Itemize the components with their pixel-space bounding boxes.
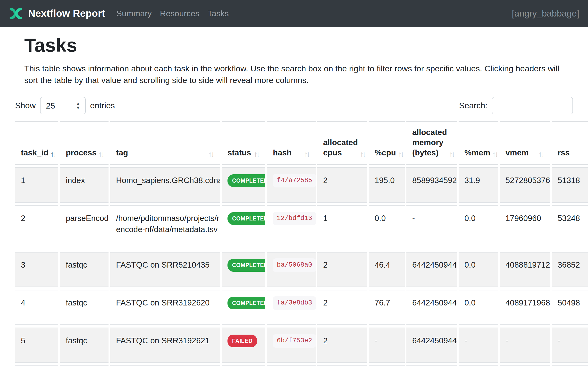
cell-process: fastqc [60, 328, 108, 363]
table-row: 4fastqcFASTQC on SRR3192620COMPLETEDfa/3… [15, 290, 588, 325]
table-controls: Show 25 ▲▼ entries Search: [15, 97, 573, 114]
sort-arrows-icon: ↑↓ [252, 150, 260, 158]
cell-pmem: 0.0 [459, 205, 498, 249]
column-header-status[interactable]: status↑↓ [222, 121, 265, 165]
cell-allocated-cpus: 2 [317, 290, 367, 325]
sort-arrows-icon: ↑↓ [536, 150, 545, 158]
cell-status: COMPLETED [222, 205, 265, 249]
cell-pcpu: - [369, 328, 405, 363]
tasks-table-header: task_id↑↓process↑↓tag↑↓status↑↓hash↑↓all… [15, 121, 588, 165]
sort-arrows-icon: ↑↓ [49, 150, 57, 158]
cell-rss: 53248 [552, 205, 588, 249]
cell-vmem: 17960960 [500, 205, 550, 249]
cell-tag: FASTQC on SRR3192621 [110, 328, 220, 363]
page-description: This table shows information about each … [24, 63, 570, 86]
sort-arrows-icon: ↑↓ [302, 150, 310, 158]
column-header-process[interactable]: process↑↓ [60, 121, 108, 165]
cell-status: COMPLETED [222, 365, 265, 372]
column-header-allocated_cpus[interactable]: allocated cpus↑↓ [317, 121, 367, 165]
column-header-hash[interactable]: hash↑↓ [267, 121, 315, 165]
cell-process: fastqc [60, 290, 108, 325]
column-label: allocated memory (bytes) [412, 127, 447, 158]
status-badge: COMPLETED [228, 259, 265, 271]
brand-link[interactable]: Nextflow Report [9, 8, 105, 19]
main-content: Tasks This table shows information about… [0, 34, 588, 372]
sort-arrows-icon: ↑↓ [447, 150, 455, 158]
cell-pcpu: 76.7 [369, 290, 405, 325]
cell-allocated-cpus: 2 [317, 365, 367, 372]
sort-arrows-icon: ↑↓ [396, 150, 404, 158]
cell-pmem: 0.0 [459, 365, 498, 372]
navbar: Nextflow Report SummaryResourcesTasks [a… [0, 0, 588, 27]
cell-vmem: - [500, 328, 550, 363]
page-length-select[interactable]: 25 [40, 97, 86, 114]
column-header-pmem[interactable]: %mem↑↓ [459, 121, 498, 165]
search-input[interactable] [492, 97, 573, 114]
nav-links: SummaryResourcesTasks [116, 9, 237, 18]
cell-hash: f4/a72585 [267, 167, 315, 203]
cell-allocated-cpus: 2 [317, 167, 367, 203]
column-label: hash [273, 148, 292, 158]
table-viewport[interactable]: task_id↑↓process↑↓tag↑↓status↑↓hash↑↓all… [15, 119, 588, 372]
cell-pmem: - [459, 328, 498, 363]
cell-status: COMPLETED [222, 290, 265, 325]
show-entries-label: Show [15, 101, 36, 110]
sort-arrows-icon: ↑↓ [358, 150, 366, 158]
cell-rss: 41530 [552, 365, 588, 372]
column-header-rss[interactable]: rss↑↓ [552, 121, 588, 165]
cell-pcpu: 46.4 [369, 252, 405, 287]
cell-rss: - [552, 328, 588, 363]
column-header-pcpu[interactable]: %cpu↑↓ [369, 121, 405, 165]
cell-pmem: 31.9 [459, 167, 498, 203]
cell-hash: 6b/f753e2 [267, 328, 315, 363]
cell-hash: ba/5068a0 [267, 252, 315, 287]
nav-link-resources[interactable]: Resources [160, 9, 200, 18]
cell-pcpu: 195.0 [369, 167, 405, 203]
cell-task-id: 3 [15, 252, 58, 287]
hash-code: 6b/f753e2 [273, 334, 315, 348]
cell-allocated-memory: 6442450944 [406, 365, 457, 372]
column-label: %cpu [375, 148, 396, 158]
status-badge: COMPLETED [228, 212, 265, 225]
cell-allocated-memory: 6442450944 [406, 328, 457, 363]
cell-status: COMPLETED [222, 252, 265, 287]
tasks-table-body: 1indexHomo_sapiens.GRCh38.cdna.all.fa.gz… [15, 167, 588, 372]
column-label: vmem [505, 148, 528, 158]
cell-process: fastqc [60, 252, 108, 287]
cell-tag: /home/pditommaso/projects/rnaseq-encode-… [110, 205, 220, 249]
column-label: %mem [464, 148, 490, 158]
hash-code: fa/3e8db3 [273, 296, 315, 310]
cell-hash: 12/bdfd13 [267, 205, 315, 249]
length-control: Show 25 ▲▼ entries [15, 97, 115, 114]
cell-pmem: 0.0 [459, 252, 498, 287]
cell-vmem: 4088832000 [500, 365, 550, 372]
cell-task-id: 2 [15, 205, 58, 249]
column-label: rss [558, 148, 570, 158]
cell-process: parseEncode [60, 205, 108, 249]
column-header-tag[interactable]: tag↑↓ [110, 121, 220, 165]
cell-task-id: 5 [15, 328, 58, 363]
nav-link-summary[interactable]: Summary [116, 9, 151, 18]
cell-allocated-cpus: 2 [317, 328, 367, 363]
cell-hash: 1e/d7f3c2 [267, 365, 315, 372]
column-header-vmem[interactable]: vmem↑↓ [500, 121, 550, 165]
cell-status: FAILED [222, 328, 265, 363]
column-header-allocated_memory[interactable]: allocated memory (bytes)↑↓ [406, 121, 457, 165]
status-badge: COMPLETED [228, 297, 265, 309]
hash-code: 12/bdfd13 [273, 212, 315, 225]
cell-vmem: 4089171968 [500, 290, 550, 325]
cell-task-id: 6 [15, 365, 58, 372]
nav-link-tasks[interactable]: Tasks [208, 9, 229, 18]
cell-tag: FASTQC on SRR3192620 [110, 290, 220, 325]
cell-rss: 36852 [552, 252, 588, 287]
column-label: process [66, 148, 97, 158]
search-control: Search: [459, 97, 573, 114]
entries-suffix-label: entries [90, 101, 115, 110]
brand-title: Nextflow Report [28, 8, 105, 19]
column-label: task_id [21, 148, 49, 158]
column-header-task_id[interactable]: task_id↑↓ [15, 121, 58, 165]
table-row: 2parseEncode/home/pditommaso/projects/rn… [15, 205, 588, 249]
cell-pcpu: 68.8 [369, 365, 405, 372]
cell-allocated-memory: - [406, 205, 457, 249]
sort-arrows-icon: ↑↓ [490, 150, 498, 158]
